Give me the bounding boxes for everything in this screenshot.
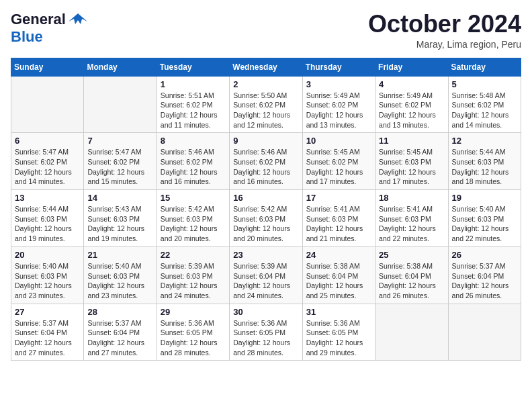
day-info: Sunrise: 5:42 AMSunset: 6:03 PMDaylight:… [233,204,298,244]
day-info: Sunrise: 5:45 AMSunset: 6:02 PMDaylight:… [306,147,371,187]
calendar-cell: 10Sunrise: 5:45 AMSunset: 6:02 PMDayligh… [302,133,375,190]
day-number: 1 [161,79,226,89]
logo-blue: Blue [11,28,43,45]
day-info: Sunrise: 5:46 AMSunset: 6:02 PMDaylight:… [233,147,298,187]
day-number: 31 [306,307,371,317]
calendar-cell: 1Sunrise: 5:51 AMSunset: 6:02 PMDaylight… [157,76,229,133]
logo: General Blue [11,11,87,46]
calendar-cell: 15Sunrise: 5:42 AMSunset: 6:03 PMDayligh… [157,190,229,247]
day-info: Sunrise: 5:44 AMSunset: 6:03 PMDaylight:… [452,147,517,187]
svg-marker-0 [69,13,87,24]
calendar-week-row: 1Sunrise: 5:51 AMSunset: 6:02 PMDaylight… [11,76,521,133]
calendar-cell: 7Sunrise: 5:47 AMSunset: 6:02 PMDaylight… [84,133,157,190]
day-number: 29 [161,307,226,317]
calendar-cell: 28Sunrise: 5:37 AMSunset: 6:04 PMDayligh… [84,304,157,361]
day-number: 13 [15,193,80,203]
day-info: Sunrise: 5:40 AMSunset: 6:03 PMDaylight:… [452,204,517,244]
calendar-cell: 8Sunrise: 5:46 AMSunset: 6:02 PMDaylight… [157,133,229,190]
calendar-cell: 3Sunrise: 5:49 AMSunset: 6:02 PMDaylight… [302,76,375,133]
day-number: 6 [15,136,80,146]
day-number: 22 [161,250,226,260]
day-number: 11 [379,136,444,146]
calendar-cell: 16Sunrise: 5:42 AMSunset: 6:03 PMDayligh… [230,190,302,247]
day-info: Sunrise: 5:41 AMSunset: 6:03 PMDaylight:… [379,204,444,244]
weekday-header-tuesday: Tuesday [157,58,229,76]
calendar-cell: 12Sunrise: 5:44 AMSunset: 6:03 PMDayligh… [448,133,521,190]
day-info: Sunrise: 5:45 AMSunset: 6:03 PMDaylight:… [379,147,444,187]
day-number: 20 [15,250,80,260]
day-info: Sunrise: 5:40 AMSunset: 6:03 PMDaylight:… [87,261,152,301]
day-number: 16 [233,193,298,203]
day-info: Sunrise: 5:49 AMSunset: 6:02 PMDaylight:… [379,91,444,130]
calendar-cell: 20Sunrise: 5:40 AMSunset: 6:03 PMDayligh… [11,246,84,304]
day-info: Sunrise: 5:48 AMSunset: 6:02 PMDaylight:… [452,91,517,130]
calendar-cell: 9Sunrise: 5:46 AMSunset: 6:02 PMDaylight… [230,133,302,190]
day-number: 4 [379,79,444,89]
calendar-cell: 30Sunrise: 5:36 AMSunset: 6:05 PMDayligh… [230,304,302,361]
day-number: 9 [233,136,298,146]
day-number: 26 [452,250,517,260]
calendar-cell [84,76,157,133]
calendar-week-row: 13Sunrise: 5:44 AMSunset: 6:03 PMDayligh… [11,190,521,247]
calendar-cell [375,304,448,361]
day-number: 15 [161,193,226,203]
day-number: 3 [306,79,371,89]
day-info: Sunrise: 5:49 AMSunset: 6:02 PMDaylight:… [306,91,371,130]
day-info: Sunrise: 5:40 AMSunset: 6:03 PMDaylight:… [15,261,80,301]
calendar-cell: 23Sunrise: 5:39 AMSunset: 6:04 PMDayligh… [230,246,302,304]
calendar-cell: 22Sunrise: 5:39 AMSunset: 6:03 PMDayligh… [157,246,229,304]
calendar-cell: 4Sunrise: 5:49 AMSunset: 6:02 PMDaylight… [375,76,448,133]
day-info: Sunrise: 5:36 AMSunset: 6:05 PMDaylight:… [306,318,371,358]
day-number: 30 [233,307,298,317]
day-number: 5 [452,79,517,89]
day-info: Sunrise: 5:36 AMSunset: 6:05 PMDaylight:… [233,318,298,358]
weekday-header-thursday: Thursday [302,58,375,76]
calendar-cell: 25Sunrise: 5:38 AMSunset: 6:04 PMDayligh… [375,246,448,304]
weekday-header-friday: Friday [375,58,448,76]
calendar-cell: 18Sunrise: 5:41 AMSunset: 6:03 PMDayligh… [375,190,448,247]
calendar-table: SundayMondayTuesdayWednesdayThursdayFrid… [11,58,521,361]
weekday-header-saturday: Saturday [448,58,521,76]
day-number: 27 [15,307,80,317]
calendar-cell: 29Sunrise: 5:36 AMSunset: 6:05 PMDayligh… [157,304,229,361]
calendar-cell [448,304,521,361]
day-number: 7 [87,136,152,146]
weekday-header-monday: Monday [84,58,157,76]
day-number: 24 [306,250,371,260]
day-number: 18 [379,193,444,203]
calendar-cell: 24Sunrise: 5:38 AMSunset: 6:04 PMDayligh… [302,246,375,304]
calendar-cell: 13Sunrise: 5:44 AMSunset: 6:03 PMDayligh… [11,190,84,247]
weekday-header-wednesday: Wednesday [230,58,302,76]
day-info: Sunrise: 5:36 AMSunset: 6:05 PMDaylight:… [161,318,226,358]
day-info: Sunrise: 5:47 AMSunset: 6:02 PMDaylight:… [15,147,80,187]
day-info: Sunrise: 5:37 AMSunset: 6:04 PMDaylight:… [452,261,517,301]
day-number: 8 [161,136,226,146]
calendar-week-row: 20Sunrise: 5:40 AMSunset: 6:03 PMDayligh… [11,246,521,304]
month-title: October 2024 [368,11,521,38]
title-area: October 2024 Maray, Lima region, Peru [368,11,521,50]
day-info: Sunrise: 5:47 AMSunset: 6:02 PMDaylight:… [87,147,152,187]
weekday-header-sunday: Sunday [11,58,84,76]
location: Maray, Lima region, Peru [368,39,521,50]
day-number: 2 [233,79,298,89]
day-number: 10 [306,136,371,146]
calendar-cell [11,76,84,133]
calendar-cell: 31Sunrise: 5:36 AMSunset: 6:05 PMDayligh… [302,304,375,361]
day-info: Sunrise: 5:37 AMSunset: 6:04 PMDaylight:… [15,318,80,358]
day-number: 21 [87,250,152,260]
day-number: 14 [87,193,152,203]
day-number: 17 [306,193,371,203]
day-number: 19 [452,193,517,203]
calendar-week-row: 27Sunrise: 5:37 AMSunset: 6:04 PMDayligh… [11,304,521,361]
calendar-cell: 19Sunrise: 5:40 AMSunset: 6:03 PMDayligh… [448,190,521,247]
calendar-cell: 11Sunrise: 5:45 AMSunset: 6:03 PMDayligh… [375,133,448,190]
calendar-cell: 6Sunrise: 5:47 AMSunset: 6:02 PMDaylight… [11,133,84,190]
day-info: Sunrise: 5:38 AMSunset: 6:04 PMDaylight:… [306,261,371,301]
day-number: 12 [452,136,517,146]
day-number: 28 [87,307,152,317]
day-info: Sunrise: 5:42 AMSunset: 6:03 PMDaylight:… [161,204,226,244]
calendar-cell: 27Sunrise: 5:37 AMSunset: 6:04 PMDayligh… [11,304,84,361]
day-info: Sunrise: 5:39 AMSunset: 6:03 PMDaylight:… [161,261,226,301]
logo-bird-icon [69,12,87,27]
calendar-cell: 26Sunrise: 5:37 AMSunset: 6:04 PMDayligh… [448,246,521,304]
